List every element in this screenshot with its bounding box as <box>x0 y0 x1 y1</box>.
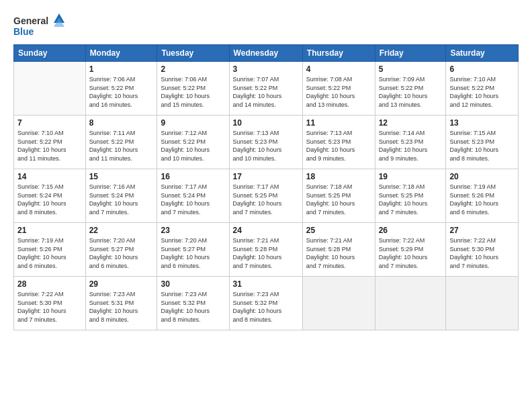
day-number: 27 <box>449 226 515 235</box>
header: General Blue <box>13 12 519 39</box>
day-info: Sunrise: 7:06 AMSunset: 5:22 PMDaylight:… <box>161 75 225 109</box>
day-info: Sunrise: 7:22 AMSunset: 5:30 PMDaylight:… <box>449 236 515 270</box>
day-info: Sunrise: 7:21 AMSunset: 5:28 PMDaylight:… <box>306 236 371 270</box>
day-number: 9 <box>161 118 225 128</box>
day-number: 4 <box>306 64 371 74</box>
calendar-cell <box>446 277 519 330</box>
day-info: Sunrise: 7:18 AMSunset: 5:25 PMDaylight:… <box>379 183 443 216</box>
calendar-cell: 9Sunrise: 7:12 AMSunset: 5:22 PMDaylight… <box>157 116 229 169</box>
weekday-header-wednesday: Wednesday <box>229 45 302 62</box>
calendar-cell: 28Sunrise: 7:22 AMSunset: 5:30 PMDayligh… <box>14 277 86 330</box>
calendar-cell: 30Sunrise: 7:23 AMSunset: 5:32 PMDayligh… <box>157 277 229 330</box>
day-number: 15 <box>89 172 154 181</box>
day-number: 30 <box>161 279 225 289</box>
day-number: 23 <box>161 226 225 235</box>
calendar-cell: 23Sunrise: 7:20 AMSunset: 5:27 PMDayligh… <box>157 223 229 277</box>
day-info: Sunrise: 7:07 AMSunset: 5:22 PMDaylight:… <box>233 75 299 109</box>
day-info: Sunrise: 7:22 AMSunset: 5:30 PMDaylight:… <box>17 290 82 324</box>
day-info: Sunrise: 7:06 AMSunset: 5:22 PMDaylight:… <box>89 75 154 109</box>
weekday-header-tuesday: Tuesday <box>157 45 229 62</box>
day-number: 17 <box>233 172 299 181</box>
day-info: Sunrise: 7:18 AMSunset: 5:25 PMDaylight:… <box>306 183 371 216</box>
day-info: Sunrise: 7:20 AMSunset: 5:27 PMDaylight:… <box>161 236 225 270</box>
day-number: 16 <box>161 172 225 181</box>
day-number: 11 <box>306 118 371 128</box>
day-info: Sunrise: 7:21 AMSunset: 5:28 PMDaylight:… <box>233 236 299 270</box>
day-info: Sunrise: 7:23 AMSunset: 5:31 PMDaylight:… <box>89 290 154 324</box>
calendar-week-row: 1Sunrise: 7:06 AMSunset: 5:22 PMDaylight… <box>14 62 519 116</box>
day-info: Sunrise: 7:13 AMSunset: 5:23 PMDaylight:… <box>306 129 371 163</box>
day-info: Sunrise: 7:09 AMSunset: 5:22 PMDaylight:… <box>379 75 443 109</box>
calendar-cell: 16Sunrise: 7:17 AMSunset: 5:24 PMDayligh… <box>157 169 229 223</box>
day-number: 28 <box>17 279 82 289</box>
day-number: 5 <box>379 64 443 74</box>
calendar-cell: 19Sunrise: 7:18 AMSunset: 5:25 PMDayligh… <box>375 169 446 223</box>
general-blue-logo: General Blue <box>13 12 67 39</box>
day-number: 3 <box>233 64 299 74</box>
day-info: Sunrise: 7:20 AMSunset: 5:27 PMDaylight:… <box>89 236 154 270</box>
calendar-cell: 15Sunrise: 7:16 AMSunset: 5:24 PMDayligh… <box>85 169 157 223</box>
day-number: 1 <box>89 64 154 74</box>
page: General Blue SundayMondayTuesdayWednesda… <box>0 0 532 411</box>
calendar-cell: 7Sunrise: 7:10 AMSunset: 5:22 PMDaylight… <box>14 116 86 169</box>
day-info: Sunrise: 7:14 AMSunset: 5:23 PMDaylight:… <box>379 129 443 163</box>
day-number: 21 <box>17 226 82 235</box>
day-number: 10 <box>233 118 299 128</box>
calendar-cell <box>14 62 86 116</box>
calendar-week-row: 21Sunrise: 7:19 AMSunset: 5:26 PMDayligh… <box>14 223 519 277</box>
day-number: 26 <box>379 226 443 235</box>
calendar-cell: 10Sunrise: 7:13 AMSunset: 5:23 PMDayligh… <box>229 116 302 169</box>
svg-text:Blue: Blue <box>13 26 34 37</box>
weekday-header-friday: Friday <box>375 45 446 62</box>
day-number: 22 <box>89 226 154 235</box>
calendar-cell: 26Sunrise: 7:22 AMSunset: 5:29 PMDayligh… <box>375 223 446 277</box>
calendar-cell: 13Sunrise: 7:15 AMSunset: 5:23 PMDayligh… <box>446 116 519 169</box>
calendar-cell: 11Sunrise: 7:13 AMSunset: 5:23 PMDayligh… <box>302 116 375 169</box>
calendar-cell: 18Sunrise: 7:18 AMSunset: 5:25 PMDayligh… <box>302 169 375 223</box>
calendar-cell: 3Sunrise: 7:07 AMSunset: 5:22 PMDaylight… <box>229 62 302 116</box>
day-number: 19 <box>379 172 443 181</box>
calendar-cell: 17Sunrise: 7:17 AMSunset: 5:25 PMDayligh… <box>229 169 302 223</box>
day-number: 7 <box>17 118 82 128</box>
day-info: Sunrise: 7:23 AMSunset: 5:32 PMDaylight:… <box>161 290 225 324</box>
day-number: 13 <box>449 118 515 128</box>
day-number: 25 <box>306 226 371 235</box>
calendar-week-row: 28Sunrise: 7:22 AMSunset: 5:30 PMDayligh… <box>14 277 519 330</box>
day-info: Sunrise: 7:17 AMSunset: 5:24 PMDaylight:… <box>161 183 225 216</box>
day-number: 29 <box>89 279 154 289</box>
day-info: Sunrise: 7:11 AMSunset: 5:22 PMDaylight:… <box>89 129 154 163</box>
calendar-cell: 8Sunrise: 7:11 AMSunset: 5:22 PMDaylight… <box>85 116 157 169</box>
day-number: 8 <box>89 118 154 128</box>
calendar-cell: 12Sunrise: 7:14 AMSunset: 5:23 PMDayligh… <box>375 116 446 169</box>
calendar-cell: 20Sunrise: 7:19 AMSunset: 5:26 PMDayligh… <box>446 169 519 223</box>
day-number: 24 <box>233 226 299 235</box>
day-info: Sunrise: 7:23 AMSunset: 5:32 PMDaylight:… <box>233 290 299 324</box>
day-number: 14 <box>17 172 82 181</box>
weekday-header-saturday: Saturday <box>446 45 519 62</box>
calendar-cell: 27Sunrise: 7:22 AMSunset: 5:30 PMDayligh… <box>446 223 519 277</box>
calendar-cell: 6Sunrise: 7:10 AMSunset: 5:22 PMDaylight… <box>446 62 519 116</box>
logo: General Blue <box>13 12 67 39</box>
svg-text:General: General <box>13 15 48 26</box>
day-number: 31 <box>233 279 299 289</box>
day-number: 2 <box>161 64 225 74</box>
day-info: Sunrise: 7:15 AMSunset: 5:24 PMDaylight:… <box>17 183 82 216</box>
day-info: Sunrise: 7:15 AMSunset: 5:23 PMDaylight:… <box>449 129 515 163</box>
day-info: Sunrise: 7:19 AMSunset: 5:26 PMDaylight:… <box>17 236 82 270</box>
day-info: Sunrise: 7:10 AMSunset: 5:22 PMDaylight:… <box>17 129 82 163</box>
day-number: 20 <box>449 172 515 181</box>
calendar-cell: 14Sunrise: 7:15 AMSunset: 5:24 PMDayligh… <box>14 169 86 223</box>
calendar-cell: 5Sunrise: 7:09 AMSunset: 5:22 PMDaylight… <box>375 62 446 116</box>
calendar-cell <box>375 277 446 330</box>
calendar-cell: 2Sunrise: 7:06 AMSunset: 5:22 PMDaylight… <box>157 62 229 116</box>
day-info: Sunrise: 7:22 AMSunset: 5:29 PMDaylight:… <box>379 236 443 270</box>
weekday-header-thursday: Thursday <box>302 45 375 62</box>
day-info: Sunrise: 7:12 AMSunset: 5:22 PMDaylight:… <box>161 129 225 163</box>
weekday-header-monday: Monday <box>85 45 157 62</box>
weekday-header-sunday: Sunday <box>14 45 86 62</box>
day-info: Sunrise: 7:10 AMSunset: 5:22 PMDaylight:… <box>449 75 515 109</box>
weekday-header-row: SundayMondayTuesdayWednesdayThursdayFrid… <box>14 45 519 62</box>
day-info: Sunrise: 7:16 AMSunset: 5:24 PMDaylight:… <box>89 183 154 216</box>
calendar-week-row: 14Sunrise: 7:15 AMSunset: 5:24 PMDayligh… <box>14 169 519 223</box>
day-info: Sunrise: 7:13 AMSunset: 5:23 PMDaylight:… <box>233 129 299 163</box>
